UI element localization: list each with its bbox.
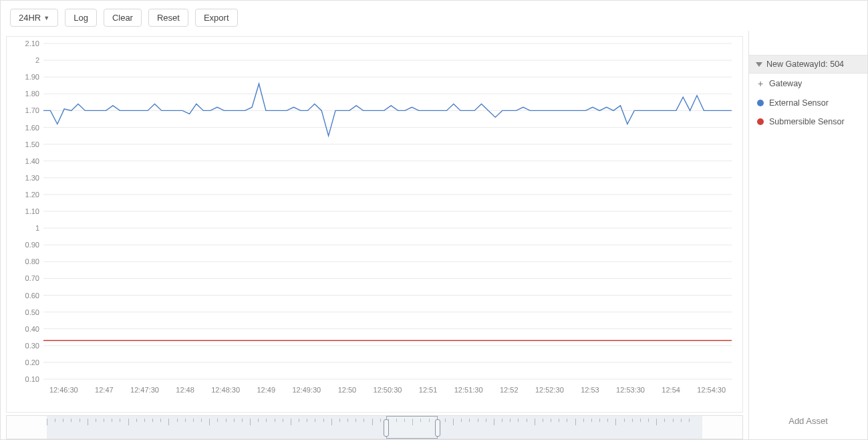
- svg-text:0.60: 0.60: [25, 292, 39, 300]
- time-range-dropdown[interactable]: 24HR ▼: [10, 9, 58, 27]
- time-range-label: 24HR: [19, 13, 41, 23]
- svg-text:12:48:30: 12:48:30: [211, 386, 240, 394]
- svg-text:12:46:30: 12:46:30: [49, 386, 78, 394]
- svg-text:1.90: 1.90: [25, 73, 39, 81]
- svg-text:0.90: 0.90: [25, 241, 39, 249]
- svg-text:0.80: 0.80: [25, 257, 39, 265]
- legend-item-submersible[interactable]: Submersible Sensor: [749, 112, 867, 131]
- svg-text:12:54:30: 12:54:30: [697, 386, 726, 394]
- collapse-triangle-icon: [756, 62, 762, 67]
- app-root: 24HR ▼ Log Clear Reset Export 2.1021.901…: [0, 0, 868, 440]
- svg-text:1.20: 1.20: [25, 191, 39, 199]
- chart-panel: 2.1021.901.801.701.601.501.401.301.201.1…: [1, 31, 748, 439]
- gateway-header-label: New GatewayId: 504: [766, 60, 844, 69]
- svg-text:1.80: 1.80: [25, 90, 39, 98]
- add-gateway-row[interactable]: + Gateway: [749, 74, 867, 94]
- svg-text:12:53: 12:53: [581, 386, 599, 394]
- log-button[interactable]: Log: [65, 9, 97, 27]
- svg-text:12:51:30: 12:51:30: [454, 386, 483, 394]
- svg-text:1: 1: [35, 224, 39, 232]
- svg-text:2: 2: [35, 56, 39, 64]
- svg-text:12:53:30: 12:53:30: [616, 386, 645, 394]
- toolbar: 24HR ▼ Log Clear Reset Export: [1, 1, 867, 31]
- svg-text:0.40: 0.40: [25, 325, 39, 333]
- svg-text:1.10: 1.10: [25, 207, 39, 215]
- brush-handle-left[interactable]: [384, 419, 389, 437]
- legend-dot-blue-icon: [757, 100, 764, 106]
- main-area: 2.1021.901.801.701.601.501.401.301.201.1…: [1, 31, 867, 439]
- sidebar: New GatewayId: 504 + Gateway External Se…: [748, 31, 867, 439]
- svg-text:12:49:30: 12:49:30: [292, 386, 321, 394]
- svg-text:1.40: 1.40: [25, 157, 39, 165]
- svg-text:12:49: 12:49: [257, 386, 275, 394]
- svg-text:12:54: 12:54: [662, 386, 680, 394]
- chart-container[interactable]: 2.1021.901.801.701.601.501.401.301.201.1…: [6, 36, 743, 413]
- brush-ticks: [7, 419, 742, 425]
- legend-label-submersible: Submersible Sensor: [769, 117, 845, 126]
- svg-text:12:52: 12:52: [500, 386, 519, 394]
- svg-text:12:52:30: 12:52:30: [535, 386, 564, 394]
- line-chart[interactable]: 2.1021.901.801.701.601.501.401.301.201.1…: [7, 37, 738, 398]
- svg-text:0.20: 0.20: [25, 358, 39, 366]
- svg-text:12:47:30: 12:47:30: [130, 386, 159, 394]
- svg-text:0.70: 0.70: [25, 274, 39, 282]
- reset-button[interactable]: Reset: [148, 9, 188, 27]
- gateway-header[interactable]: New GatewayId: 504: [749, 55, 867, 74]
- legend-item-external[interactable]: External Sensor: [749, 94, 867, 112]
- svg-text:0.30: 0.30: [25, 342, 39, 350]
- svg-text:12:51: 12:51: [419, 386, 438, 394]
- svg-text:12:48: 12:48: [176, 386, 194, 394]
- clear-button[interactable]: Clear: [104, 9, 142, 27]
- add-gateway-label: Gateway: [769, 79, 802, 88]
- svg-text:0.10: 0.10: [25, 375, 39, 383]
- export-button[interactable]: Export: [195, 9, 238, 27]
- time-brush[interactable]: [6, 415, 743, 439]
- svg-text:1.50: 1.50: [25, 140, 39, 148]
- caret-down-icon: ▼: [43, 15, 49, 21]
- legend-dot-red-icon: [757, 118, 764, 125]
- svg-text:12:50:30: 12:50:30: [374, 386, 402, 394]
- svg-text:12:50: 12:50: [338, 386, 357, 394]
- legend-label-external: External Sensor: [769, 98, 829, 108]
- svg-text:1.60: 1.60: [25, 124, 39, 132]
- brush-handle-right[interactable]: [435, 419, 440, 437]
- svg-text:1.70: 1.70: [25, 106, 39, 114]
- svg-text:0.50: 0.50: [25, 308, 39, 316]
- brush-window[interactable]: [386, 416, 438, 439]
- svg-text:1.30: 1.30: [25, 174, 39, 182]
- svg-text:12:47: 12:47: [95, 386, 114, 394]
- add-asset-button[interactable]: Add Asset: [749, 407, 867, 439]
- plus-icon: +: [757, 78, 764, 89]
- svg-text:2.10: 2.10: [25, 39, 39, 47]
